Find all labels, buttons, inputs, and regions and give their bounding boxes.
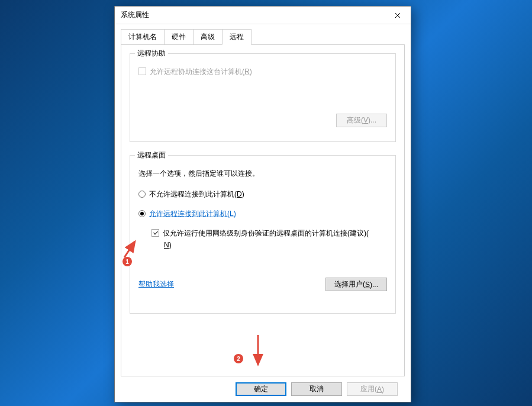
ok-button[interactable]: 确定 (236, 382, 286, 396)
tab-remote[interactable]: 远程 (222, 29, 252, 45)
help-me-choose-link[interactable]: 帮助我选择 (138, 279, 174, 289)
tab-hardware[interactable]: 硬件 (164, 29, 194, 45)
remote-assist-adv-row: 高级(V)... (138, 114, 387, 127)
tab-strip: 计算机名 硬件 高级 远程 (121, 29, 405, 45)
svg-line-1 (124, 241, 135, 257)
radio-deny-label[interactable]: 不允许远程连接到此计算机(D) (138, 189, 387, 199)
group-remote-assist: 远程协助 允许远程协助连接这台计算机(R) 高级(V)... (130, 53, 396, 142)
remote-desktop-instruction: 选择一个选项，然后指定谁可以连接。 (138, 169, 387, 179)
dialog-title: 系统属性 (121, 10, 149, 20)
apply-button[interactable]: 应用(A) (347, 382, 398, 396)
allow-remote-assist-label[interactable]: 允许远程协助连接这台计算机(R) (138, 67, 387, 77)
group-remote-assist-title: 远程协助 (135, 49, 168, 59)
radio-allow-text: 允许远程连接到此计算机(L) (149, 209, 236, 219)
nla-block: 仅允许运行使用网络级别身份验证的远程桌面的计算机连接(建议)( N) (151, 228, 387, 251)
close-icon (395, 12, 401, 18)
tab-panel-remote: 远程协助 允许远程协助连接这台计算机(R) 高级(V)... 远程桌面 选择一个… (121, 44, 405, 376)
allow-remote-assist-text: 允许远程协助连接这台计算机(R) (150, 67, 252, 77)
dialog-button-bar: 确定 取消 应用(A) (121, 376, 405, 396)
close-button[interactable] (384, 7, 411, 24)
group-remote-desktop: 远程桌面 选择一个选项，然后指定谁可以连接。 不允许远程连接到此计算机(D) 允… (130, 155, 396, 314)
tab-computer-name[interactable]: 计算机名 (121, 29, 165, 45)
tab-advanced[interactable]: 高级 (193, 29, 223, 45)
nla-text: 仅允许运行使用网络级别身份验证的远程桌面的计算机连接(建议)( (163, 228, 369, 239)
radio-allow-label[interactable]: 允许远程连接到此计算机(L) (138, 209, 387, 219)
annotation-arrow-2 (252, 334, 264, 369)
group-remote-desktop-title: 远程桌面 (135, 150, 168, 160)
allow-remote-assist-checkbox[interactable] (138, 67, 146, 75)
nla-checkbox[interactable] (151, 229, 159, 237)
annotation-badge-1: 1 (122, 257, 132, 266)
radio-allow[interactable] (138, 210, 146, 217)
cancel-button[interactable]: 取消 (291, 382, 342, 396)
annotation-arrow-1 (102, 231, 137, 260)
nla-label[interactable]: 仅允许运行使用网络级别身份验证的远程桌面的计算机连接(建议)( (151, 228, 387, 239)
radio-deny[interactable] (138, 191, 146, 198)
titlebar[interactable]: 系统属性 (115, 7, 411, 24)
remote-desktop-bottom-row: 帮助我选择 选择用户(S)... (138, 278, 387, 291)
annotation-badge-2: 2 (234, 354, 243, 363)
radio-deny-text: 不允许远程连接到此计算机(D) (149, 189, 244, 199)
nla-hotkey-line: N) (164, 240, 387, 250)
select-users-button[interactable]: 选择用户(S)... (325, 278, 387, 291)
remote-assist-advanced-button[interactable]: 高级(V)... (336, 114, 387, 127)
